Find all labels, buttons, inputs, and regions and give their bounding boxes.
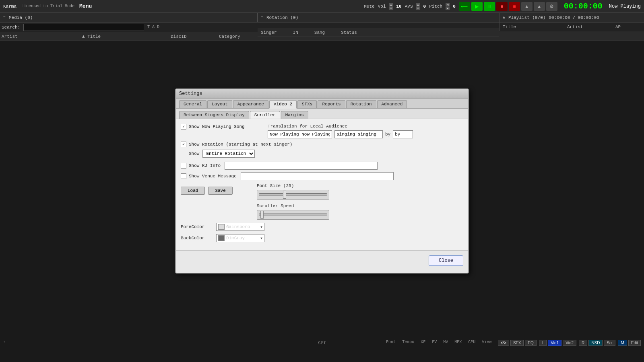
bottom-btn-scr[interactable]: Scr [604,340,615,346]
sub-tab-between-singers[interactable]: Between Singers Display [179,111,249,119]
show-label: Show [189,151,199,156]
show-entire-rotation-row: Show Entire Rotation Next 5 Next 10 [189,150,463,158]
mv-label: MV [443,340,448,344]
back-color-name: DimGray [226,236,259,241]
rotation-section: Show Rotation (starting at next singer) … [181,142,463,158]
fore-color-arrow: ▼ [260,225,262,229]
dialog-titlebar: Settings [176,89,468,99]
back-color-arrow: ▼ [260,237,262,240]
show-now-playing-checkbox[interactable] [181,124,186,130]
tempo-label: Tempo [402,340,414,344]
bottom-btn-m[interactable]: M [618,340,627,346]
font-size-label: Font Size (25) [257,183,329,188]
tab-reports[interactable]: Reports [318,100,345,108]
close-button[interactable]: Close [429,255,463,266]
back-color-row: BackColor DimGray ▼ [181,234,463,242]
tab-video2[interactable]: Video 2 [269,100,297,109]
back-color-label: BackColor [181,236,213,241]
tab-layout[interactable]: Layout [207,100,232,108]
show-venue-message-label: Show Venue Message [189,174,237,179]
bottom-btn-l[interactable]: L [539,340,547,346]
tab-general[interactable]: General [179,100,206,108]
back-color-swatch [218,235,225,241]
font-size-thumb[interactable] [283,191,286,199]
by-label-1: by [385,132,390,137]
cpu-label: CPU [468,340,475,344]
mpx-label: MPX [454,340,462,344]
bottom-btn-s[interactable]: •S• [498,340,509,346]
bottom-btn-vid1[interactable]: Vid1 [548,340,561,346]
trans-input-1a[interactable] [268,130,332,138]
font-size-section: Font Size (25) Scroller Speed [257,183,329,220]
translation-header: Translation for Local Audience [268,124,413,129]
tab-advanced[interactable]: Advanced [377,100,407,108]
dialog-footer: Close [176,250,468,271]
scroller-speed-label: Scroller Speed [257,204,329,208]
scroller-speed-slider[interactable] [257,210,329,220]
dialog-title: Settings [179,91,202,97]
fore-color-row: ForeColor Gainsboro ▼ [181,223,463,231]
bottom-center-text: SPI [318,341,326,346]
show-venue-message-row: Show Venue Message [181,172,463,180]
bottom-btn-edit[interactable]: Edit [628,340,641,346]
back-color-dropdown[interactable]: DimGray ▼ [216,234,264,242]
save-button[interactable]: Save [208,187,232,195]
trans-input-1b[interactable] [334,130,383,138]
bottom-btn-r[interactable]: R [579,340,587,346]
settings-dialog: Settings General Layout Appearance Video… [175,88,469,274]
font-size-track [259,193,327,196]
bottom-btn-vid2[interactable]: Vid2 [563,340,576,346]
load-button[interactable]: Load [181,187,205,195]
rotation-dropdown[interactable]: Entire Rotation Next 5 Next 10 [202,150,255,158]
show-rotation-label: Show Rotation (starting at next singer) [189,142,292,147]
view-label: View [482,340,491,344]
fore-color-swatch [218,224,225,230]
dialog-content: Show Now Playing Song Translation for Lo… [176,119,468,250]
tab-sfxs[interactable]: SFXs [297,100,317,108]
bottom-left-icon: ↑ [3,340,6,344]
scroller-speed-track [259,214,327,216]
bottom-buttons: •S• SFX EQ L Vid1 Vid2 R NSD Scr M Edit [498,340,641,346]
font-label: Font [386,340,396,344]
bottom-bar: ↑ SPI Font Tempo XF FV MV MPX CPU View •… [0,338,644,362]
translation-section: Translation for Local Audience by [268,124,413,138]
tab-appearance[interactable]: Appearance [233,100,268,108]
kj-info-input[interactable] [225,162,378,170]
tab-rotation[interactable]: Rotation [346,100,376,108]
show-rotation-checkbox[interactable] [181,142,186,147]
btn-row: Load Save [181,187,233,195]
fore-color-dropdown[interactable]: Gainsboro ▼ [216,223,264,231]
dialog-overlay: Settings General Layout Appearance Video… [0,0,644,362]
fore-color-name: Gainsboro [226,224,259,229]
bottom-right-controls: Font Tempo XF FV MV MPX CPU View •S• SFX… [386,340,641,346]
fore-color-label: ForeColor [181,224,213,229]
show-venue-message-checkbox[interactable] [181,173,186,179]
bottom-btn-sfx[interactable]: SFX [510,340,524,346]
sub-tabs: Between Singers Display Scroller Margins [176,109,468,119]
show-now-playing-label: Show Now Playing Song [189,124,245,129]
load-save-section: Load Save [181,183,233,200]
trans-input-by[interactable] [393,130,413,138]
show-kj-info-checkbox[interactable] [181,163,186,169]
scroller-speed-thumb[interactable] [260,211,264,219]
show-kj-info-label: Show KJ Info [189,163,221,168]
sub-tab-scroller[interactable]: Scroller [250,111,280,119]
font-size-slider[interactable] [257,190,329,200]
bottom-btn-eq[interactable]: EQ [525,340,536,346]
main-tabs: General Layout Appearance Video 2 SFXs R… [176,99,468,109]
venue-message-input[interactable] [241,172,394,180]
fv-label: FV [432,340,437,344]
color-section: ForeColor Gainsboro ▼ BackColor DimGray … [181,223,463,242]
xf-label: XF [421,340,425,344]
show-kj-info-row: Show KJ Info [181,162,463,170]
sub-tab-margins[interactable]: Margins [281,111,308,119]
bottom-btn-nsd[interactable]: NSD [588,340,603,346]
